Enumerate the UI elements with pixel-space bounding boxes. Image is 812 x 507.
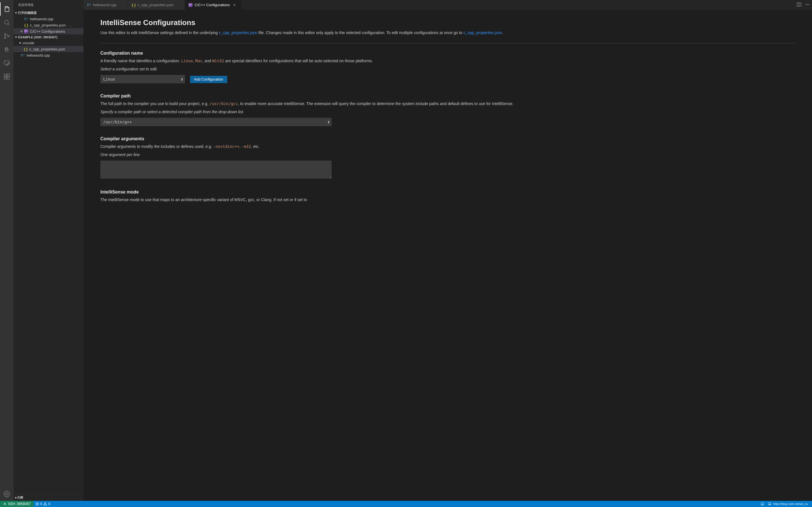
svg-point-14 xyxy=(806,4,807,5)
status-bar: SSH: 39KB457 0 0 https://blog.csdn.net/w… xyxy=(0,501,812,507)
page-intro: Use this editor to edit IntelliSense set… xyxy=(100,30,795,36)
open-editors-label: 打开的编辑器 xyxy=(18,11,37,15)
sidebar-title: 资源管理器 xyxy=(13,0,84,10)
config-name-desc: A friendly name that identifies a config… xyxy=(100,58,795,64)
compiler-args-title: Compiler arguments xyxy=(100,136,795,142)
activity-bar xyxy=(0,0,13,501)
tab-bar-actions xyxy=(795,0,812,10)
svg-point-0 xyxy=(4,20,8,24)
cpp-icon: C⁺ xyxy=(87,3,91,7)
json-icon: { } xyxy=(132,3,136,7)
file-item[interactable]: C⁺ helloworld.cpp xyxy=(13,52,84,58)
svg-point-11 xyxy=(6,493,8,495)
add-configuration-button[interactable]: Add Configuration xyxy=(190,76,227,83)
more-icon[interactable] xyxy=(805,2,810,8)
open-editor-item[interactable]: × C⁺ helloworld.cpp xyxy=(13,16,84,22)
svg-rect-9 xyxy=(7,77,9,79)
file-label: helloworld.cpp xyxy=(27,53,50,57)
status-remote[interactable]: SSH: 39KB457 xyxy=(0,501,34,507)
status-notifications[interactable] xyxy=(766,502,773,506)
svg-rect-7 xyxy=(4,74,6,76)
close-icon[interactable]: × xyxy=(233,3,238,7)
svg-point-6 xyxy=(8,63,9,64)
json-icon: { } xyxy=(23,47,28,51)
file-label: c_cpp_properties.json xyxy=(29,47,65,51)
activity-extensions[interactable] xyxy=(0,70,13,83)
activity-explorer[interactable] xyxy=(0,2,13,16)
compiler-args-textarea[interactable] xyxy=(100,161,332,179)
activity-source-control[interactable] xyxy=(0,29,13,43)
svg-rect-8 xyxy=(4,77,6,79)
tab-helloworld[interactable]: C⁺ helloworld.cpp × xyxy=(84,0,128,10)
file-item[interactable]: { } c_cpp_properties.json xyxy=(13,46,84,52)
compiler-path-desc: The full path to the compiler you use to… xyxy=(100,101,795,107)
intellisense-mode-desc: The IntelliSense mode to use that maps t… xyxy=(100,197,795,203)
link-properties-json[interactable]: c_cpp_properties.json xyxy=(219,31,257,35)
tab-label: C/C++ Configurations xyxy=(195,3,230,7)
config-name-title: Configuration name xyxy=(100,51,795,56)
svg-point-3 xyxy=(8,36,9,37)
status-feedback[interactable] xyxy=(759,502,766,506)
outline-label: 大纲 xyxy=(17,496,23,500)
svg-point-15 xyxy=(807,4,808,5)
json-icon: { } xyxy=(24,23,29,27)
open-editor-label: c_cpp_properties.json xyxy=(30,23,66,27)
svg-rect-5 xyxy=(4,61,9,64)
intellisense-mode-title: IntelliSense mode xyxy=(100,189,795,194)
status-watermark: https://blog.csdn.net/wei_ku xyxy=(773,503,810,506)
open-editor-suffix: . ... xyxy=(67,23,71,27)
tab-label: helloworld.cpp xyxy=(93,3,116,7)
outline-header[interactable]: ▸ 大纲 xyxy=(13,494,84,501)
open-editor-item[interactable]: × C++ C/C++ Configurations xyxy=(13,28,84,34)
tab-bar: C⁺ helloworld.cpp × { } c_cpp_properties… xyxy=(84,0,812,10)
svg-point-18 xyxy=(761,503,764,506)
chevron-down-icon: ▾ xyxy=(15,11,17,15)
compiler-args-hint: One argument per line. xyxy=(100,152,795,158)
compiler-args-desc: Compiler arguments to modify the include… xyxy=(100,144,795,150)
config-icon: C++ xyxy=(24,29,29,33)
svg-point-2 xyxy=(4,37,6,39)
close-icon[interactable]: × xyxy=(19,29,24,34)
folder-label: .vscode xyxy=(22,41,35,45)
open-editor-label: C/C++ Configurations xyxy=(30,29,65,34)
cpp-icon: C⁺ xyxy=(24,17,29,21)
status-remote-label: SSH: 39KB457 xyxy=(8,502,31,506)
compiler-path-hint: Specify a compiler path or select a dete… xyxy=(100,109,795,115)
split-editor-icon[interactable] xyxy=(797,2,801,8)
activity-search[interactable] xyxy=(0,16,13,29)
activity-remote[interactable] xyxy=(0,56,13,70)
workspace-header[interactable]: ▾ EXAMPLE [SSH: 39KB457] xyxy=(13,34,84,40)
cpp-icon: C⁺ xyxy=(20,54,26,57)
tab-properties[interactable]: { } c_cpp_properties.json × xyxy=(128,0,185,10)
link-properties-json[interactable]: c_cpp_properties.json xyxy=(463,31,502,35)
workspace-label: EXAMPLE [SSH: 39KB457] xyxy=(18,36,57,39)
editor-area: C⁺ helloworld.cpp × { } c_cpp_properties… xyxy=(84,0,812,501)
chevron-down-icon: ▾ xyxy=(19,41,21,45)
activity-settings[interactable] xyxy=(0,487,13,501)
folder-vscode[interactable]: ▾ .vscode xyxy=(13,40,84,46)
settings-editor[interactable]: IntelliSense Configurations Use this edi… xyxy=(84,10,812,501)
status-warnings: 0 xyxy=(48,502,50,506)
tab-configurations[interactable]: C++ C/C++ Configurations × xyxy=(185,0,241,10)
svg-point-1 xyxy=(4,34,6,35)
chevron-down-icon: ▾ xyxy=(15,35,17,39)
compiler-path-title: Compiler path xyxy=(100,94,795,99)
open-editor-item[interactable]: × { } c_cpp_properties.json . ... xyxy=(13,22,84,28)
status-errors: 0 xyxy=(40,502,42,506)
config-name-hint: Select a configuration set to edit. xyxy=(100,66,795,72)
sidebar: 资源管理器 ▾ 打开的编辑器 × C⁺ helloworld.cpp × { }… xyxy=(13,0,84,501)
svg-rect-10 xyxy=(7,74,10,76)
compiler-path-select[interactable]: /usr/bin/g++ xyxy=(100,118,332,126)
config-icon: C++ xyxy=(188,3,193,7)
open-editors-header[interactable]: ▾ 打开的编辑器 xyxy=(13,10,84,16)
activity-debug[interactable] xyxy=(0,43,13,56)
page-title: IntelliSense Configurations xyxy=(100,18,795,27)
svg-point-16 xyxy=(809,4,809,5)
status-problems[interactable]: 0 0 xyxy=(34,502,52,506)
config-name-select[interactable]: Linux xyxy=(100,75,185,83)
open-editor-label: helloworld.cpp xyxy=(30,17,53,21)
tab-label: c_cpp_properties.json xyxy=(138,3,173,7)
